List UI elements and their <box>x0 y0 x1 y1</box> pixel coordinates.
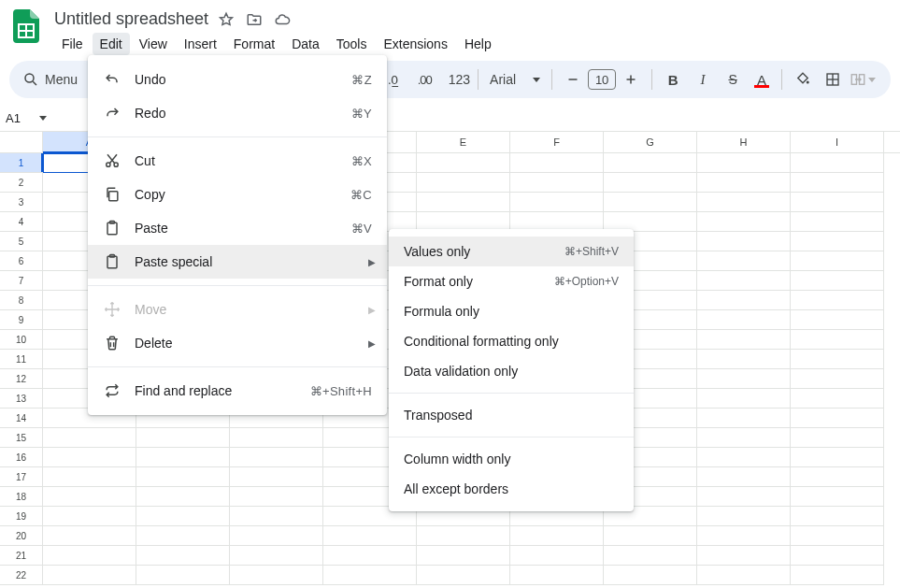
row-header[interactable]: 11 <box>0 350 43 369</box>
row-header[interactable]: 12 <box>0 369 43 389</box>
column-header[interactable]: I <box>791 132 884 152</box>
cell[interactable] <box>417 566 510 585</box>
menu-data[interactable]: Data <box>284 33 327 55</box>
submenu-item-format-only[interactable]: Format only ⌘+Option+V <box>389 266 634 296</box>
cell[interactable] <box>791 409 884 428</box>
font-family-select[interactable]: Arial <box>486 72 544 87</box>
row-header[interactable]: 21 <box>0 546 43 566</box>
menu-view[interactable]: View <box>132 33 175 55</box>
cell[interactable] <box>791 467 884 487</box>
sheets-logo[interactable] <box>7 7 45 45</box>
cell[interactable] <box>43 448 136 467</box>
column-header[interactable]: H <box>697 132 791 152</box>
menu-insert[interactable]: Insert <box>177 33 224 55</box>
cell[interactable] <box>791 507 884 526</box>
font-size-input[interactable]: 10 <box>588 69 616 90</box>
cell[interactable] <box>230 467 323 487</box>
cell[interactable] <box>43 526 136 546</box>
strikethrough-button[interactable]: S <box>720 66 746 93</box>
cell[interactable] <box>697 546 791 566</box>
decrease-font-size[interactable] <box>560 66 586 93</box>
cell[interactable] <box>136 467 230 487</box>
row-header[interactable]: 7 <box>0 271 43 291</box>
cell[interactable] <box>791 546 884 566</box>
cell[interactable] <box>697 271 791 291</box>
row-header[interactable]: 19 <box>0 507 43 526</box>
borders-button[interactable] <box>820 66 846 93</box>
cell[interactable] <box>136 566 230 585</box>
cell[interactable] <box>43 507 136 526</box>
row-header[interactable]: 9 <box>0 310 43 330</box>
cell[interactable] <box>697 310 791 330</box>
menu-item-undo[interactable]: Undo ⌘Z <box>88 63 387 96</box>
cell[interactable] <box>697 389 791 409</box>
menu-search[interactable]: Menu <box>21 71 81 88</box>
submenu-item-cond-fmt-only[interactable]: Conditional formatting only <box>389 326 634 356</box>
cell[interactable] <box>43 467 136 487</box>
cell[interactable] <box>510 173 604 193</box>
bold-button[interactable]: B <box>660 66 686 93</box>
cell[interactable] <box>43 546 136 566</box>
row-header[interactable]: 15 <box>0 428 43 448</box>
cell[interactable] <box>230 526 323 546</box>
menu-item-delete[interactable]: Delete ▶ <box>88 326 387 360</box>
cell[interactable] <box>230 566 323 585</box>
doc-title[interactable]: Untitled spreadsheet <box>54 9 208 29</box>
menu-item-find-replace[interactable]: Find and replace ⌘+Shift+H <box>88 374 387 408</box>
cell[interactable] <box>604 173 697 193</box>
cell[interactable] <box>230 507 323 526</box>
cell[interactable] <box>791 232 884 251</box>
cell[interactable] <box>791 291 884 310</box>
italic-button[interactable]: I <box>690 66 716 93</box>
cell[interactable] <box>510 546 604 566</box>
fill-color-button[interactable] <box>790 66 816 93</box>
cell[interactable] <box>43 566 136 585</box>
cell[interactable] <box>697 330 791 350</box>
cell[interactable] <box>791 428 884 448</box>
row-header[interactable]: 13 <box>0 389 43 409</box>
cell[interactable] <box>136 448 230 467</box>
cell[interactable] <box>791 271 884 291</box>
cell[interactable] <box>697 409 791 428</box>
cell[interactable] <box>791 526 884 546</box>
cell[interactable] <box>136 487 230 507</box>
name-box[interactable]: A1 <box>6 111 50 125</box>
cell[interactable] <box>791 251 884 271</box>
menu-item-paste-special[interactable]: Paste special ▶ <box>88 245 387 279</box>
cell[interactable] <box>417 173 510 193</box>
menu-format[interactable]: Format <box>226 33 282 55</box>
row-header[interactable]: 10 <box>0 330 43 350</box>
cell[interactable] <box>604 546 697 566</box>
cell[interactable] <box>791 310 884 330</box>
cell[interactable] <box>697 369 791 389</box>
cell[interactable] <box>43 428 136 448</box>
cell[interactable] <box>136 526 230 546</box>
menu-item-paste[interactable]: Paste ⌘V <box>88 211 387 245</box>
increase-font-size[interactable] <box>618 66 644 93</box>
menu-item-redo[interactable]: Redo ⌘Y <box>88 96 387 130</box>
cell[interactable] <box>697 507 791 526</box>
cell[interactable] <box>136 507 230 526</box>
cell[interactable] <box>791 173 884 193</box>
cloud-status-icon[interactable] <box>274 11 291 28</box>
cell[interactable] <box>697 212 791 232</box>
cell[interactable] <box>697 467 791 487</box>
row-header[interactable]: 14 <box>0 409 43 428</box>
row-header[interactable]: 1 <box>0 153 43 173</box>
cell[interactable] <box>791 193 884 212</box>
menu-file[interactable]: File <box>54 33 91 55</box>
cell[interactable] <box>417 153 510 173</box>
cell[interactable] <box>43 487 136 507</box>
submenu-item-values-only[interactable]: Values only ⌘+Shift+V <box>389 237 634 266</box>
row-header[interactable]: 6 <box>0 251 43 271</box>
cell[interactable] <box>323 526 417 546</box>
cell[interactable] <box>230 546 323 566</box>
cell[interactable] <box>697 448 791 467</box>
cell[interactable] <box>697 291 791 310</box>
cell[interactable] <box>697 428 791 448</box>
merge-cells-button[interactable] <box>850 66 876 93</box>
cell[interactable] <box>791 487 884 507</box>
column-header[interactable]: G <box>604 132 697 152</box>
cell[interactable] <box>697 487 791 507</box>
submenu-item-all-except-borders[interactable]: All except borders <box>389 474 634 504</box>
